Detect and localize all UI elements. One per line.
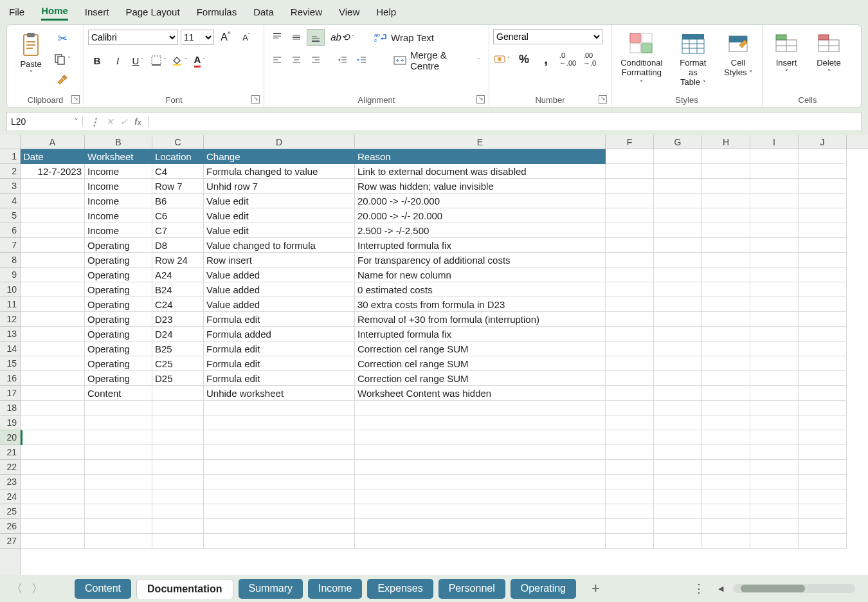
cell[interactable] [606, 445, 654, 460]
cell[interactable] [152, 386, 204, 401]
cell[interactable]: Correction cel range SUM [355, 371, 606, 386]
cell[interactable] [654, 504, 702, 519]
cell[interactable] [606, 312, 654, 327]
sheet-tab-summary[interactable]: Summary [239, 579, 303, 599]
cell[interactable] [654, 519, 702, 534]
column-header[interactable]: H [702, 135, 750, 149]
cell[interactable]: 12-7-2023 [21, 164, 85, 179]
cell[interactable] [750, 415, 799, 430]
cell[interactable] [702, 475, 750, 489]
cell[interactable] [606, 253, 654, 268]
cell[interactable] [702, 223, 750, 238]
row-header[interactable]: 6 [0, 223, 20, 238]
cell[interactable]: D25 [152, 371, 204, 386]
cell[interactable] [799, 208, 847, 223]
cell[interactable] [750, 208, 799, 223]
cell[interactable] [750, 504, 799, 519]
cell[interactable] [750, 460, 799, 475]
cell[interactable]: Income [85, 194, 152, 208]
cell[interactable] [85, 460, 152, 475]
cell[interactable]: Operating [85, 342, 152, 356]
conditional-formatting-button[interactable]: Conditional Formatting ˅ [615, 28, 668, 89]
cell[interactable] [702, 208, 750, 223]
italic-button[interactable]: I [109, 52, 127, 69]
cell[interactable]: Formula edit [204, 342, 355, 356]
cell[interactable] [85, 415, 152, 430]
cell[interactable]: Value edit [204, 208, 355, 223]
cell[interactable] [750, 297, 799, 312]
format-as-table-button[interactable]: Format as Table ˅ [671, 28, 716, 89]
cell[interactable]: Change [204, 149, 355, 164]
align-center-button[interactable] [287, 52, 305, 69]
cell[interactable] [21, 460, 85, 475]
fill-color-button[interactable] [170, 52, 188, 69]
cell[interactable] [606, 149, 654, 164]
cell[interactable] [204, 504, 355, 519]
cell[interactable] [606, 297, 654, 312]
scroll-left-arrow[interactable]: ◄ [716, 583, 725, 594]
cell[interactable] [799, 297, 847, 312]
row-header[interactable]: 1 [0, 149, 20, 164]
decrease-indent-button[interactable] [334, 52, 352, 69]
cell[interactable] [750, 149, 799, 164]
row-header[interactable]: 26 [0, 519, 20, 534]
cell[interactable]: B25 [152, 342, 204, 356]
cell[interactable] [799, 401, 847, 415]
cell[interactable] [702, 504, 750, 519]
orientation-button[interactable]: ab⟲ [334, 29, 352, 46]
cell[interactable] [21, 430, 85, 445]
cell[interactable] [654, 401, 702, 415]
cell[interactable]: D23 [152, 312, 204, 327]
cell[interactable] [204, 460, 355, 475]
cell[interactable] [702, 149, 750, 164]
cell[interactable] [702, 386, 750, 401]
cell[interactable]: Formula edit [204, 371, 355, 386]
cell[interactable] [355, 489, 606, 504]
column-header[interactable]: D [204, 135, 355, 149]
cell[interactable] [750, 223, 799, 238]
row-header[interactable]: 14 [0, 342, 20, 356]
align-bottom-button[interactable] [307, 29, 325, 46]
cell[interactable]: C7 [152, 223, 204, 238]
row-header[interactable]: 18 [0, 401, 20, 415]
cell[interactable]: Worksheet Content was hidden [355, 386, 606, 401]
cell[interactable]: 2.500 -> -/-2.500 [355, 223, 606, 238]
cell[interactable] [702, 282, 750, 297]
cell[interactable] [654, 238, 702, 253]
sheet-tab-expenses[interactable]: Expenses [367, 579, 433, 599]
cell[interactable] [606, 504, 654, 519]
cell[interactable] [606, 164, 654, 179]
column-header[interactable]: B [85, 135, 152, 149]
cell[interactable] [21, 475, 85, 489]
cell[interactable] [750, 342, 799, 356]
cell[interactable] [85, 534, 152, 549]
cut-button[interactable]: ✂ [53, 30, 71, 47]
cell[interactable] [204, 534, 355, 549]
delete-cells-button[interactable]: Delete ˅ [809, 28, 849, 77]
cell[interactable] [799, 327, 847, 342]
cell[interactable] [152, 489, 204, 504]
cell[interactable] [606, 223, 654, 238]
row-header[interactable]: 19 [0, 415, 20, 430]
cell[interactable]: 20.000 -> -/- 20.000 [355, 208, 606, 223]
cell[interactable] [21, 312, 85, 327]
cell[interactable] [654, 149, 702, 164]
cell[interactable]: Value edit [204, 223, 355, 238]
cell[interactable] [654, 223, 702, 238]
select-all-corner[interactable] [0, 135, 21, 149]
cell[interactable]: B6 [152, 194, 204, 208]
row-header[interactable]: 24 [0, 489, 20, 504]
cell[interactable]: Name for new column [355, 268, 606, 282]
cell[interactable] [606, 460, 654, 475]
cell[interactable] [606, 327, 654, 342]
cell[interactable] [606, 356, 654, 371]
cell[interactable] [750, 312, 799, 327]
cell[interactable]: Income [85, 179, 152, 194]
cell[interactable] [702, 356, 750, 371]
cell[interactable] [702, 371, 750, 386]
align-top-button[interactable] [268, 29, 286, 46]
cell[interactable]: Operating [85, 327, 152, 342]
cell[interactable] [606, 415, 654, 430]
tab-nav-prev[interactable]: 〈 [9, 581, 24, 596]
cell[interactable] [799, 223, 847, 238]
